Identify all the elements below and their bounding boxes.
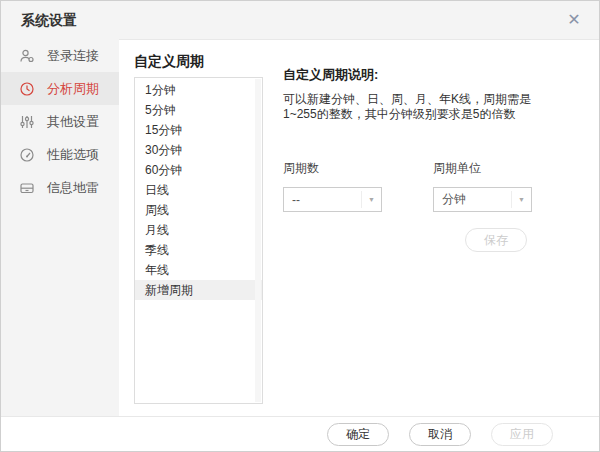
detail-heading: 自定义周期说明: [283, 66, 378, 84]
period-list-item[interactable]: 15分钟 [135, 120, 262, 140]
period-list-item[interactable]: 周线 [135, 200, 262, 220]
content-area: 自定义周期 1分钟 5分钟 15分钟 30分钟 60分钟 日线 周线 月线 季线… [119, 39, 599, 416]
ok-button[interactable]: 确定 [327, 423, 389, 446]
footer-bar: 确定 取消 应用 [1, 416, 599, 451]
sidebar-item-other-settings[interactable]: 其他设置 [1, 105, 119, 138]
sidebar-item-performance-options[interactable]: 性能选项 [1, 138, 119, 171]
period-list: 1分钟 5分钟 15分钟 30分钟 60分钟 日线 周线 月线 季线 年线 新增… [134, 77, 263, 404]
period-count-value: -- [284, 193, 361, 207]
clock-history-icon [19, 81, 35, 97]
save-button[interactable]: 保存 [465, 228, 527, 252]
period-unit-dropdown[interactable]: 分钟 ▼ [433, 187, 532, 212]
list-scrollbar[interactable] [255, 79, 261, 402]
gauge-icon [19, 147, 35, 163]
detail-description: 可以新建分钟、日、周、月、年K线，周期需是 1~255的整数，其中分钟级别要求是… [283, 92, 573, 122]
sidebar-item-label: 登录连接 [47, 47, 99, 65]
dialog-title: 系统设置 [21, 1, 77, 39]
period-count-label: 周期数 [283, 160, 383, 177]
inbox-icon [19, 180, 35, 196]
description-line-1: 可以新建分钟、日、周、月、年K线，周期需是 [283, 92, 531, 106]
system-settings-dialog: 系统设置 ✕ 登录连接 分析周期 [0, 0, 600, 452]
sidebar-item-label: 性能选项 [47, 146, 99, 164]
sidebar-item-info-mine[interactable]: 信息地雷 [1, 171, 119, 204]
sliders-icon [19, 114, 35, 130]
close-icon[interactable]: ✕ [563, 9, 585, 31]
sidebar-item-login-connection[interactable]: 登录连接 [1, 39, 119, 72]
period-unit-value: 分钟 [434, 191, 511, 208]
sidebar-item-label: 分析周期 [47, 80, 99, 98]
chevron-down-icon: ▼ [511, 191, 531, 208]
description-line-2: 1~255的整数，其中分钟级别要求是5的倍数 [283, 107, 515, 121]
period-count-dropdown[interactable]: -- ▼ [283, 187, 382, 212]
sidebar-item-label: 信息地雷 [47, 179, 99, 197]
period-list-item[interactable]: 60分钟 [135, 160, 262, 180]
sidebar-item-analysis-period[interactable]: 分析周期 [1, 72, 119, 105]
period-list-item-selected[interactable]: 新增周期 [135, 280, 262, 300]
titlebar: 系统设置 ✕ [1, 1, 599, 39]
period-list-item[interactable]: 月线 [135, 220, 262, 240]
cancel-button[interactable]: 取消 [409, 423, 471, 446]
sidebar-item-label: 其他设置 [47, 113, 99, 131]
chevron-down-icon: ▼ [361, 191, 381, 208]
user-icon [19, 48, 35, 64]
period-panel-title: 自定义周期 [134, 53, 204, 71]
period-list-item[interactable]: 30分钟 [135, 140, 262, 160]
period-list-item[interactable]: 5分钟 [135, 100, 262, 120]
period-list-item[interactable]: 1分钟 [135, 80, 262, 100]
period-list-item[interactable]: 年线 [135, 260, 262, 280]
period-unit-field: 周期单位 分钟 ▼ [433, 160, 533, 212]
period-list-item[interactable]: 日线 [135, 180, 262, 200]
period-count-field: 周期数 -- ▼ [283, 160, 383, 212]
period-unit-label: 周期单位 [433, 160, 533, 177]
period-list-item[interactable]: 季线 [135, 240, 262, 260]
sidebar: 登录连接 分析周期 其他设置 [1, 39, 119, 418]
apply-button[interactable]: 应用 [491, 423, 553, 446]
